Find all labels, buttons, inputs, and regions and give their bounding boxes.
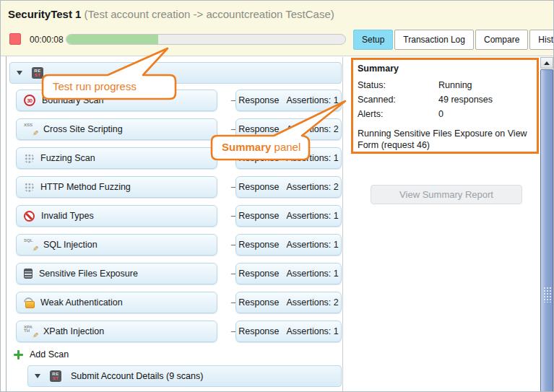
tab-bar: Setup Transaction Log Compare History [353, 30, 554, 50]
tab-setup[interactable]: Setup [353, 30, 393, 50]
step-label: Submit Account Details (9 scans) [71, 371, 203, 381]
rest-request-icon: REST [32, 67, 43, 79]
scan-label: HTTP Method Fuzzing [40, 182, 131, 192]
scrollbar-grip [543, 287, 551, 302]
scrollbar-thumb[interactable] [540, 69, 553, 392]
stop-button[interactable] [9, 33, 21, 45]
scan-row: Sensitive Files Exposure → Response Asse… [16, 263, 342, 284]
scan-row: XPA TH✎ XPath Injection → Response Asser… [16, 321, 342, 342]
response-assertions-badge[interactable]: Response Assertions: 1 [235, 147, 342, 169]
scan-item-xpath-injection[interactable]: XPA TH✎ XPath Injection [16, 321, 217, 342]
prohibition-icon [24, 211, 35, 222]
status-label: Status: [358, 78, 438, 92]
response-assertions-badge[interactable]: Response Assertions: 1 [235, 234, 342, 256]
test-header-bar: SecurityTest 1 (Test account creation ->… [1, 1, 553, 56]
fuzzing-icon [24, 182, 34, 192]
scroll-up-button[interactable] [540, 57, 553, 69]
response-assertions-badge[interactable]: Response Assertions: 2 [235, 292, 342, 313]
page-title: SecurityTest 1 (Test account creation ->… [8, 8, 334, 20]
sql-injection-icon: SQL✎ [24, 239, 37, 251]
scan-label: XPath Injection [43, 326, 104, 336]
scan-row: 30 Boundary Scan → Response Assertions: … [16, 90, 342, 111]
assertions-count: Assertions: 1 [287, 153, 339, 163]
response-assertions-badge[interactable]: Response Assertions: 1 [235, 263, 342, 284]
summary-alerts-row: Alerts: 0 [358, 107, 532, 121]
assertions-count: Assertions: 2 [287, 124, 339, 134]
add-scan-button[interactable]: Add Scan [14, 348, 69, 361]
test-subtitle: (Test account creation -> accountcreatio… [81, 8, 334, 20]
alerts-label: Alerts: [358, 107, 438, 121]
alerts-value: 0 [438, 107, 443, 121]
response-label: Response [238, 240, 279, 250]
scan-row: XSS✎ Cross Site Scripting → Response Ass… [16, 118, 342, 140]
pencil-icon: ✎ [33, 331, 38, 339]
pencil-icon: ✎ [33, 129, 38, 137]
assertions-count: Assertions: 1 [287, 95, 339, 105]
scan-label: Cross Site Scripting [43, 124, 123, 134]
xss-icon: XSS✎ [24, 123, 37, 135]
response-label: Response [238, 297, 279, 308]
response-assertions-badge[interactable]: Response Assertions: 1 [235, 90, 342, 111]
scan-item-fuzzing-scan[interactable]: Fuzzing Scan [16, 147, 217, 169]
scanned-value: 49 responses [438, 92, 493, 107]
test-step-header-submit-account-details[interactable]: REST Submit Account Details (9 scans) [27, 365, 342, 387]
summary-running-message: Running Sensitive Files Exposure on View… [358, 128, 532, 151]
boundary-scan-icon: 30 [24, 95, 35, 106]
scan-item-boundary-scan[interactable]: 30 Boundary Scan [16, 90, 217, 111]
response-label: Response [238, 153, 279, 163]
triangle-up-icon [544, 61, 550, 65]
scan-label: Boundary Scan [42, 95, 103, 105]
lock-icon [24, 297, 34, 308]
collapse-triangle-icon[interactable] [17, 71, 22, 75]
response-label: Response [238, 182, 279, 192]
scan-row: Weak Authentication → Response Assertion… [16, 292, 342, 313]
collapse-triangle-icon[interactable] [35, 374, 40, 378]
response-assertions-badge[interactable]: Response Assertions: 1 [235, 205, 342, 227]
scan-label: Weak Authentication [40, 297, 123, 308]
scan-item-invalid-types[interactable]: Invalid Types [16, 205, 217, 227]
tab-compare[interactable]: Compare [475, 30, 528, 50]
response-assertions-badge[interactable]: Response Assertions: 2 [235, 118, 342, 140]
scan-row: SQL✎ SQL Injection → Response Assertions… [16, 234, 342, 256]
scan-item-http-method-fuzzing[interactable]: HTTP Method Fuzzing [16, 176, 217, 198]
assertions-count: Assertions: 2 [287, 182, 339, 192]
response-assertions-badge[interactable]: Response Assertions: 1 [235, 321, 342, 342]
xpath-injection-icon: XPA TH✎ [24, 326, 37, 337]
assertions-count: Assertions: 2 [287, 297, 339, 308]
fuzzing-icon [24, 153, 34, 163]
scan-item-cross-site-scripting[interactable]: XSS✎ Cross Site Scripting [16, 118, 217, 140]
assertions-count: Assertions: 1 [287, 211, 339, 221]
plus-icon [14, 350, 23, 360]
panel-divider [342, 57, 343, 391]
scan-row: Invalid Types → Response Assertions: 1 [16, 205, 342, 227]
summary-status-row: Status: Running [358, 78, 532, 92]
files-icon [24, 269, 33, 279]
scan-label: Invalid Types [41, 211, 94, 221]
summary-scanned-row: Scanned: 49 responses [358, 92, 532, 107]
progress-fill [66, 35, 158, 44]
view-summary-report-button[interactable]: View Summary Report [371, 185, 522, 204]
elapsed-time: 00:00:08 [30, 35, 64, 45]
test-name: SecurityTest 1 [8, 8, 81, 20]
vertical-scrollbar[interactable] [540, 57, 553, 392]
scan-item-sensitive-files-exposure[interactable]: Sensitive Files Exposure [16, 263, 217, 284]
scan-label: Sensitive Files Exposure [39, 269, 138, 279]
tab-history[interactable]: History [529, 30, 554, 50]
scanned-label: Scanned: [358, 92, 438, 107]
scan-row: HTTP Method Fuzzing → Response Assertion… [16, 176, 342, 198]
pencil-icon: ✎ [33, 245, 38, 253]
scan-label: Fuzzing Scan [40, 153, 95, 163]
scan-item-sql-injection[interactable]: SQL✎ SQL Injection [16, 234, 217, 256]
assertions-count: Assertions: 1 [287, 240, 339, 250]
add-scan-label: Add Scan [30, 349, 69, 360]
response-label: Response [238, 269, 279, 279]
security-test-window: SecurityTest 1 (Test account creation ->… [0, 0, 554, 392]
scan-item-weak-authentication[interactable]: Weak Authentication [16, 292, 217, 313]
rest-request-icon: REST [50, 370, 61, 382]
test-step-header-top[interactable]: REST [9, 62, 342, 84]
response-label: Response [238, 124, 279, 134]
summary-title: Summary [358, 64, 532, 74]
response-label: Response [238, 326, 279, 336]
tab-transaction-log[interactable]: Transaction Log [394, 30, 474, 50]
response-assertions-badge[interactable]: Response Assertions: 2 [235, 176, 342, 198]
